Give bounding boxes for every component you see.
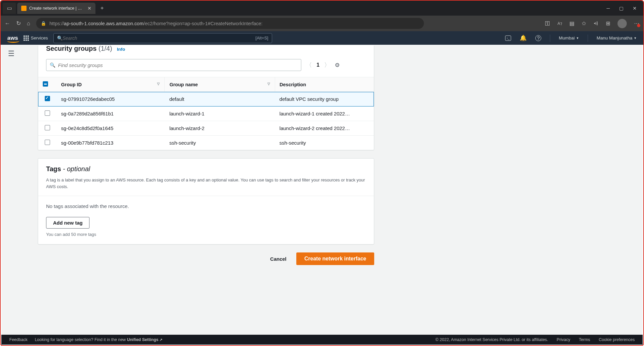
row-checkbox[interactable] — [45, 125, 50, 130]
next-page-icon[interactable]: 〉 — [324, 61, 330, 69]
create-network-interface-button[interactable]: Create network interface — [296, 252, 374, 265]
row-checkbox[interactable] — [45, 96, 50, 101]
security-groups-table: Group ID▽ Group name▽ Description sg-079… — [38, 77, 374, 150]
cell-group-name: default — [165, 92, 275, 106]
tags-description: A tag is a label that you assign to an A… — [38, 175, 374, 196]
close-window-icon[interactable]: ✕ — [633, 6, 637, 11]
tags-limit-note: You can add 50 more tags — [46, 232, 366, 237]
notifications-icon[interactable]: 🔔 — [520, 35, 527, 41]
url-text: https://ap-south-1.console.aws.amazon.co… — [49, 21, 263, 26]
privacy-link[interactable]: Privacy — [557, 337, 570, 342]
pager: 〈 1 〉 — [306, 61, 330, 69]
cell-group-id: sg-00e9b77bfd781c213 — [56, 136, 165, 150]
back-icon[interactable]: ← — [5, 20, 10, 27]
form-actions: Cancel Create network interface — [38, 244, 374, 269]
col-group-id[interactable]: Group ID▽ — [56, 77, 165, 92]
help-icon[interactable]: ? — [535, 35, 541, 41]
cell-description: default VPC security group — [275, 92, 374, 106]
region-selector[interactable]: Mumbai▼ — [559, 35, 579, 40]
lock-icon: 🔒 — [41, 21, 46, 26]
security-groups-panel: Security groups (1/4) Info 🔍 〈 1 〉 — [38, 45, 374, 150]
aws-search[interactable]: 🔍 [Alt+S] — [53, 33, 272, 43]
copyright-text: © 2022, Amazon Internet Services Private… — [436, 337, 548, 342]
reader-icon[interactable]: A⁊ — [557, 21, 562, 26]
page-number: 1 — [317, 62, 320, 68]
url-input[interactable]: 🔒 https://ap-south-1.console.aws.amazon.… — [36, 18, 424, 29]
select-all-checkbox[interactable] — [43, 81, 48, 87]
favorite-icon[interactable]: ✩ — [582, 20, 586, 27]
cell-description: launch-wizard-2 created 2022… — [275, 121, 374, 136]
cancel-button[interactable]: Cancel — [265, 252, 292, 265]
browser-titlebar: ▭ Create network interface | EC2 M ✕ ＋ ─… — [1, 1, 643, 16]
panel-title: Security groups — [46, 45, 96, 52]
tags-optional: - optional — [61, 165, 90, 173]
translate-icon[interactable]: ▤ — [569, 20, 574, 27]
cell-description: launch-wizard-1 created 2022… — [275, 106, 374, 121]
chevron-down-icon: ▼ — [576, 36, 579, 40]
aws-logo[interactable]: aws — [7, 35, 18, 41]
browser-address-bar: ← ↻ ⌂ 🔒 https://ap-south-1.console.aws.a… — [1, 16, 643, 31]
table-row[interactable]: sg-0e24c8d5d2f0a1645 launch-wizard-2 lau… — [38, 121, 374, 136]
aws-search-input[interactable] — [63, 35, 268, 41]
tab-list-icon[interactable]: ▭ — [3, 3, 16, 14]
cell-group-id: sg-0a7289d2a856f61b1 — [56, 106, 165, 121]
tags-panel: Tags - optional A tag is a label that yo… — [38, 158, 374, 244]
refresh-icon[interactable]: ↻ — [16, 20, 21, 27]
search-icon: 🔍 — [57, 35, 63, 41]
table-row[interactable]: sg-00e9b77bfd781c213 ssh-security ssh-se… — [38, 136, 374, 150]
cell-group-id: sg-0e24c8d5d2f0a1645 — [56, 121, 165, 136]
sort-icon: ▽ — [267, 82, 270, 86]
more-menu-icon[interactable]: ⋯ — [634, 20, 639, 27]
chevron-down-icon: ▼ — [634, 36, 637, 40]
new-tab-button[interactable]: ＋ — [95, 5, 109, 12]
services-label: Services — [31, 35, 48, 40]
sidebar-toggle-icon[interactable]: ☰ — [8, 49, 15, 58]
info-link[interactable]: Info — [117, 47, 125, 52]
row-checkbox[interactable] — [45, 140, 50, 145]
col-description[interactable]: Description — [275, 77, 374, 92]
search-icon: 🔍 — [50, 62, 55, 68]
home-icon[interactable]: ⌂ — [27, 20, 30, 27]
aws-footer: Feedback Looking for language selection?… — [1, 335, 643, 345]
row-checkbox[interactable] — [45, 110, 50, 116]
sort-icon: ▽ — [157, 82, 160, 86]
cloudshell-icon[interactable]: ›_ — [505, 35, 511, 41]
cell-group-id: sg-079910726edabec05 — [56, 92, 165, 106]
add-new-tag-button[interactable]: Add new tag — [46, 217, 89, 229]
gear-icon[interactable]: ⚙ — [335, 62, 340, 69]
collections-icon[interactable]: ⊞ — [606, 20, 610, 27]
cookie-preferences-link[interactable]: Cookie preferences — [599, 337, 635, 342]
panel-count: (1/4) — [98, 45, 112, 52]
tab-title: Create network interface | EC2 M — [29, 6, 83, 11]
cell-description: ssh-security — [275, 136, 374, 150]
account-menu[interactable]: Manu Manjunatha▼ — [597, 35, 637, 40]
table-row[interactable]: sg-0a7289d2a856f61b1 launch-wizard-1 lau… — [38, 106, 374, 121]
table-row[interactable]: sg-079910726edabec05 default default VPC… — [38, 92, 374, 106]
main-scroll-area[interactable]: Security groups (1/4) Info 🔍 〈 1 〉 — [21, 45, 643, 335]
prev-page-icon[interactable]: 〈 — [306, 61, 312, 69]
services-grid-icon — [24, 35, 29, 41]
profile-avatar[interactable] — [617, 19, 627, 28]
security-group-search[interactable]: 🔍 — [46, 59, 301, 71]
unified-settings-link[interactable]: Unified Settings↗ — [127, 337, 162, 342]
security-group-search-input[interactable] — [58, 62, 298, 68]
lang-prompt: Looking for language selection? Find it … — [35, 337, 162, 342]
cell-group-name: launch-wizard-2 — [165, 121, 275, 136]
maximize-icon[interactable]: ▢ — [619, 6, 623, 11]
tags-title: Tags — [46, 165, 61, 173]
feedback-link[interactable]: Feedback — [9, 337, 28, 342]
search-shortcut: [Alt+S] — [256, 35, 268, 40]
services-menu[interactable]: Services — [24, 35, 48, 41]
terms-link[interactable]: Terms — [579, 337, 590, 342]
key-icon[interactable]: ⚿ — [545, 21, 550, 27]
external-link-icon: ↗ — [159, 338, 162, 342]
minimize-icon[interactable]: ─ — [607, 6, 610, 11]
close-tab-icon[interactable]: ✕ — [88, 6, 91, 11]
col-group-name[interactable]: Group name▽ — [165, 77, 275, 92]
browser-tab[interactable]: Create network interface | EC2 M ✕ — [17, 3, 95, 14]
aws-favicon-icon — [21, 6, 27, 11]
cell-group-name: launch-wizard-1 — [165, 106, 275, 121]
aws-top-nav: aws Services 🔍 [Alt+S] ›_ 🔔 ? Mumbai▼ Ma… — [1, 31, 643, 45]
cell-group-name: ssh-security — [165, 136, 275, 150]
favorites-bar-icon[interactable]: ⩤ — [593, 21, 599, 27]
